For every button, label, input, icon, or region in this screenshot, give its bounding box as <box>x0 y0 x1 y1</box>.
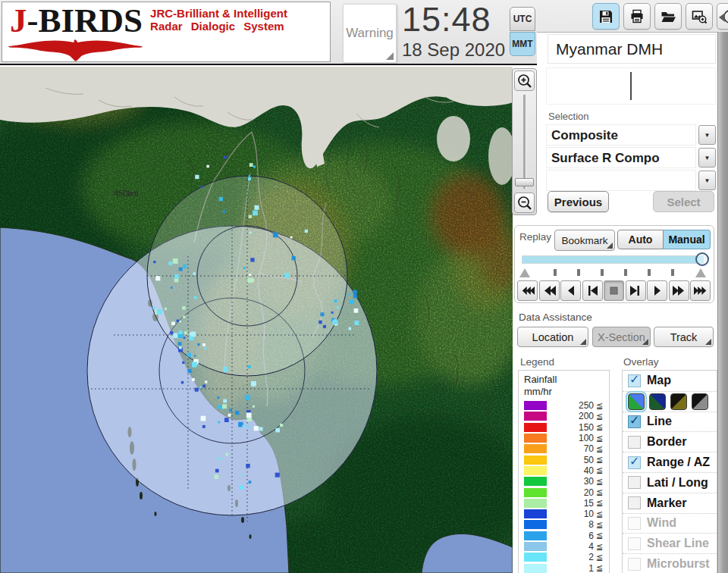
zoom-in-icon <box>516 73 533 89</box>
replay-timeline-slider[interactable] <box>522 255 704 264</box>
utc-button[interactable]: UTC <box>510 7 535 31</box>
overlay-item-wind: Wind <box>623 513 717 534</box>
zoom-out-button[interactable] <box>514 193 535 213</box>
play-backward-button[interactable] <box>560 280 581 301</box>
legend-color-swatch <box>524 564 547 573</box>
save-icon <box>598 8 614 25</box>
mmt-button[interactable]: MMT <box>510 32 535 56</box>
station-name: Myanmar DMH <box>548 34 716 64</box>
product-dropdown-2: Surface R Compo ▼ <box>546 147 716 168</box>
add-image-button[interactable] <box>686 3 713 30</box>
fastest-forward-icon <box>694 286 708 296</box>
slider-tick <box>554 269 557 276</box>
legend-value: 1 <box>547 563 594 573</box>
map-style-swatch[interactable] <box>649 393 666 410</box>
bookmark-button[interactable]: Bookmark <box>554 230 615 251</box>
legend-operator: ≦ <box>594 444 609 454</box>
legend-value: 100 <box>547 433 594 443</box>
legend-entry: 8≦ <box>519 519 609 530</box>
overlay-item-marker: Marker <box>623 493 717 513</box>
legend-operator: ≦ <box>594 465 609 475</box>
replay-slider-ticks <box>519 268 708 278</box>
fast-forward-button[interactable] <box>669 280 689 301</box>
auto-mode-button[interactable]: Auto <box>617 230 664 249</box>
app-title-initial: J <box>10 2 27 39</box>
legend-color-swatch <box>524 456 547 465</box>
fast-forward-icon <box>673 286 686 296</box>
step-forward-button[interactable] <box>626 280 646 301</box>
app-subtitle-line2: Radar Dialogic System <box>150 20 287 33</box>
chevron-down-icon[interactable]: ▼ <box>698 148 716 168</box>
checkbox[interactable] <box>628 496 641 509</box>
map-style-swatch[interactable] <box>692 393 708 410</box>
panel-scroll-strip[interactable] <box>717 32 728 573</box>
zoom-slider-thumb[interactable] <box>515 178 534 186</box>
location-button-label: Location <box>532 331 574 343</box>
legend-value: 8 <box>547 519 594 530</box>
zoom-in-button[interactable] <box>514 70 535 91</box>
logo-text-row: J-BIRDS JRC-Brilliant & Intelligent Rada… <box>2 2 330 39</box>
map-style-selector <box>623 391 717 412</box>
chevron-down-icon[interactable]: ▼ <box>698 171 716 190</box>
zoom-slider-track[interactable] <box>523 95 526 189</box>
previous-button[interactable]: Previous <box>548 191 609 212</box>
fastest-forward-button[interactable] <box>690 280 711 301</box>
station-search-input[interactable] <box>546 67 716 105</box>
manual-mode-button[interactable]: Manual <box>664 230 711 249</box>
legend-entries: 250≦200≦150≦100≦70≦50≦40≦30≦20≦15≦10≦8≦6… <box>519 400 609 573</box>
overlay-item-label: Lati / Long <box>647 476 708 490</box>
product-dropdown-3-value[interactable] <box>546 170 696 191</box>
overlay-item-border: Border <box>623 431 717 452</box>
play-forward-button[interactable] <box>647 280 667 301</box>
map-checkbox[interactable]: ✓ <box>628 374 641 387</box>
legend-operator: ≦ <box>594 542 609 552</box>
legend-operator: ≦ <box>594 487 609 497</box>
legend-entry: 10≦ <box>519 509 609 519</box>
legend-operator: ≦ <box>594 520 609 530</box>
slider-start-marker[interactable] <box>519 268 530 277</box>
chevron-down-icon[interactable]: ▼ <box>698 125 716 145</box>
checkbox[interactable]: ✓ <box>628 456 641 469</box>
open-folder-button[interactable] <box>654 3 682 30</box>
rewind-button[interactable] <box>539 280 560 301</box>
legend-operator: ≦ <box>594 455 609 465</box>
stop-button[interactable] <box>604 280 624 301</box>
check-icon: ✓ <box>629 413 639 427</box>
legend-entry: 40≦ <box>519 465 609 476</box>
track-button[interactable]: Track <box>654 327 714 347</box>
step-backward-button[interactable] <box>582 280 603 301</box>
product-dropdown-1-value[interactable]: Composite <box>546 124 696 146</box>
overlay-items: ✓LineBorder✓Range / AZLati / LongMarkerW… <box>623 412 717 573</box>
slider-end-marker[interactable] <box>695 268 706 277</box>
warning-button[interactable]: Warning <box>343 4 397 63</box>
checkbox[interactable] <box>628 476 641 489</box>
clock-time: 15:48 <box>402 1 505 39</box>
print-button[interactable] <box>623 3 651 30</box>
previous-button-label: Previous <box>554 196 602 208</box>
auto-label: Auto <box>629 233 653 246</box>
legend-operator: ≦ <box>594 509 609 519</box>
xsection-button[interactable]: X-Section <box>592 327 651 347</box>
save-button[interactable] <box>592 3 620 30</box>
fast-rewind-button[interactable] <box>517 280 538 301</box>
slider-tick <box>648 269 651 276</box>
replay-slider-thumb[interactable] <box>695 252 709 266</box>
radar-map[interactable]: 450km <box>0 67 513 573</box>
overlay-item-range-az: ✓Range / AZ <box>623 452 717 472</box>
legend-color-swatch <box>524 553 547 562</box>
checkbox[interactable] <box>628 436 641 449</box>
product-dropdown-2-value[interactable]: Surface R Compo <box>546 147 696 168</box>
select-button[interactable]: Select <box>653 191 714 212</box>
location-button[interactable]: Location <box>517 327 588 347</box>
map-style-swatch[interactable] <box>670 393 687 410</box>
replay-panel: Replay Bookmark Auto Manual <box>514 225 714 303</box>
checkbox[interactable]: ✓ <box>628 415 641 428</box>
map-style-swatch[interactable] <box>628 393 645 410</box>
toolbar-collapse-icon[interactable] <box>719 13 725 22</box>
overlay-item-label: Range / AZ <box>647 456 710 469</box>
legend-entry: 1≦ <box>519 562 609 573</box>
overlay-item-map: ✓ Map <box>623 371 717 391</box>
legend-entry: 70≦ <box>519 443 609 454</box>
legend-entry: 4≦ <box>519 541 609 552</box>
legend-value: 2 <box>547 552 594 562</box>
